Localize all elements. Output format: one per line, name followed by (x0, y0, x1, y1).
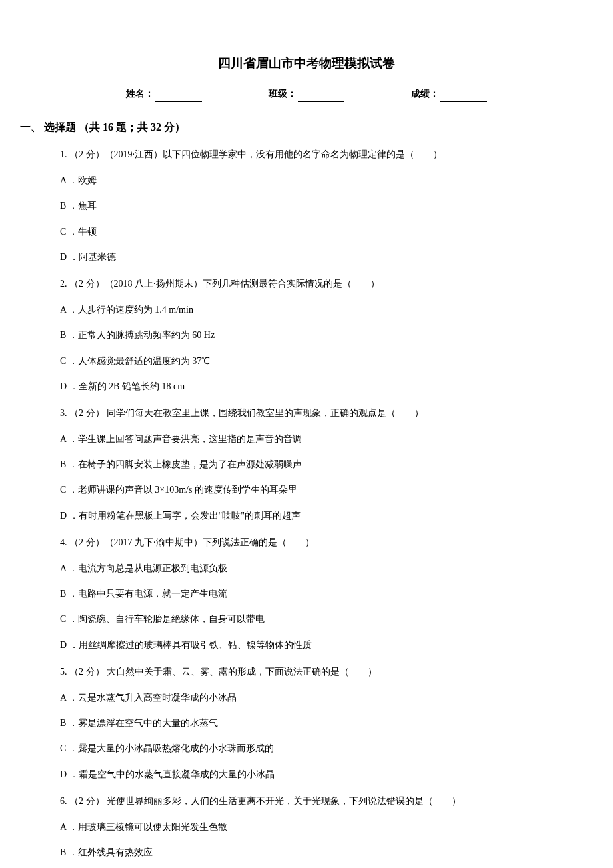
option-a: A ．学生课上回答问题声音要洪亮，这里指的是声音的音调 (60, 432, 573, 447)
option-c: C ．老师讲课的声音以 3×103m/s 的速度传到学生的耳朵里 (60, 483, 573, 497)
question-5: 5. （2 分） 大自然中关于霜、云、雾、露的形成，下面说法正确的是（ ） A … (40, 665, 573, 782)
question-text: 5. （2 分） 大自然中关于霜、云、雾、露的形成，下面说法正确的是（ ） (60, 665, 573, 679)
option-a: A ．用玻璃三棱镜可以使太阳光发生色散 (60, 820, 573, 835)
name-field: 姓名： (126, 87, 202, 101)
option-d: D ．有时用粉笔在黑板上写字，会发出"吱吱"的刺耳的超声 (60, 509, 573, 523)
option-d: D ．霜是空气中的水蒸气直接凝华成的大量的小冰晶 (60, 767, 573, 782)
option-b: B ．红外线具有热效应 (60, 845, 573, 860)
option-b: B ．在椅子的四脚安装上橡皮垫，是为了在声源处减弱噪声 (60, 457, 573, 472)
option-c: C ．露是大量的小冰晶吸热熔化成的小水珠而形成的 (60, 741, 573, 756)
option-d: D ．用丝绸摩擦过的玻璃棒具有吸引铁、钴、镍等物体的性质 (60, 638, 573, 653)
option-a: A ．云是水蒸气升入高空时凝华成的小冰晶 (60, 691, 573, 705)
option-b: B ．雾是漂浮在空气中的大量的水蒸气 (60, 716, 573, 731)
question-text: 2. （2 分）（2018 八上·扬州期末）下列几种估测最符合实际情况的是（ ） (60, 277, 573, 291)
info-row: 姓名： 班级： 成绩： (40, 87, 573, 101)
option-c: C ．陶瓷碗、自行车轮胎是绝缘体，自身可以带电 (60, 612, 573, 627)
question-2: 2. （2 分）（2018 八上·扬州期末）下列几种估测最符合实际情况的是（ ）… (40, 277, 573, 394)
class-field: 班级： (269, 87, 344, 101)
option-d: D ．阿基米德 (60, 250, 573, 265)
section-header: 一、 选择题 （共 16 题；共 32 分） (20, 119, 573, 136)
option-c: C ．牛顿 (60, 225, 573, 239)
option-a: A ．欧姆 (60, 173, 573, 188)
question-4: 4. （2 分）（2017 九下·渝中期中）下列说法正确的是（ ） A ．电流方… (40, 535, 573, 653)
option-b: B ．正常人的脉搏跳动频率约为 60 Hz (60, 328, 573, 343)
question-text: 1. （2 分）（2019·江西）以下四位物理学家中，没有用他的名字命名为物理定… (60, 147, 573, 162)
score-label: 成绩： (411, 89, 439, 99)
name-label: 姓名： (126, 89, 154, 99)
score-blank[interactable] (440, 101, 487, 102)
question-text: 3. （2 分） 同学们每天在教室里上课，围绕我们教室里的声现象，正确的观点是（… (60, 406, 573, 421)
score-field: 成绩： (411, 87, 487, 101)
option-c: C ．人体感觉最舒适的温度约为 37℃ (60, 354, 573, 369)
question-6: 6. （2 分） 光使世界绚丽多彩，人们的生活更离不开光，关于光现象，下列说法错… (40, 794, 573, 860)
question-3: 3. （2 分） 同学们每天在教室里上课，围绕我们教室里的声现象，正确的观点是（… (40, 406, 573, 523)
option-b: B ．电路中只要有电源，就一定产生电流 (60, 587, 573, 601)
question-text: 4. （2 分）（2017 九下·渝中期中）下列说法正确的是（ ） (60, 535, 573, 550)
name-blank[interactable] (155, 101, 202, 102)
option-b: B ．焦耳 (60, 199, 573, 213)
option-a: A ．电流方向总是从电源正极到电源负极 (60, 561, 573, 576)
question-text: 6. （2 分） 光使世界绚丽多彩，人们的生活更离不开光，关于光现象，下列说法错… (60, 794, 573, 809)
question-1: 1. （2 分）（2019·江西）以下四位物理学家中，没有用他的名字命名为物理定… (40, 147, 573, 265)
class-blank[interactable] (298, 101, 344, 102)
page-title: 四川省眉山市中考物理模拟试卷 (40, 53, 573, 73)
class-label: 班级： (269, 89, 297, 99)
option-a: A ．人步行的速度约为 1.4 m/min (60, 303, 573, 317)
option-d: D ．全新的 2B 铅笔长约 18 cm (60, 379, 573, 394)
